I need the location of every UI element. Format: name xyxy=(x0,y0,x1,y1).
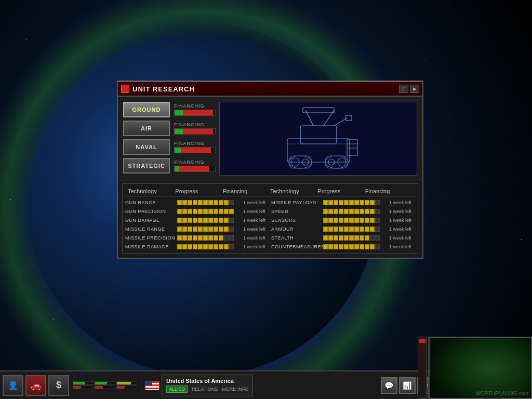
svg-rect-16 xyxy=(347,140,357,155)
progress-segment xyxy=(323,200,328,205)
tech-progress-bar xyxy=(323,235,387,241)
progress-segment xyxy=(203,227,208,232)
progress-segment xyxy=(193,218,197,223)
table-row: COUNTERMEASURES1 week left xyxy=(271,243,415,250)
res-fill-5 xyxy=(117,382,131,384)
minimize-button[interactable]: □ xyxy=(399,85,408,93)
close-button[interactable]: ▶ xyxy=(410,85,419,93)
country-name: United States of America xyxy=(166,378,248,384)
chat-button[interactable]: 💬 xyxy=(381,377,397,394)
svg-rect-0 xyxy=(287,139,350,162)
tech-table-header: Technology Progress Financing Technology… xyxy=(125,187,415,196)
progress-segment xyxy=(193,235,197,241)
progress-segment xyxy=(188,235,192,241)
table-row: SPEED1 week left xyxy=(271,208,415,215)
progress-segment xyxy=(229,244,234,249)
progress-segment xyxy=(344,218,349,223)
fin-green xyxy=(175,110,183,115)
progress-segment xyxy=(339,200,343,205)
tech-progress-bar xyxy=(323,218,387,223)
progress-segment xyxy=(349,227,354,232)
progress-segment xyxy=(188,218,192,223)
more-info-link[interactable]: MORE INFO xyxy=(222,387,248,392)
progress-segment xyxy=(365,218,369,223)
progress-segment xyxy=(208,218,213,223)
units-button[interactable]: 🚗 xyxy=(25,375,46,396)
fin-red-strategic xyxy=(179,166,209,171)
tech-progress-bar xyxy=(323,227,387,232)
table-row: MISSILE PRECISION1 week left xyxy=(125,234,269,242)
finance-button[interactable]: $ xyxy=(48,375,69,396)
tank-icon: 🚗 xyxy=(30,380,42,391)
unit-type-buttons: GROUND FINANCING AIR FINANCING xyxy=(123,102,217,176)
air-financing: FINANCING xyxy=(174,122,216,135)
minimap[interactable]: WORTHPLAYING.com xyxy=(428,337,532,399)
progress-segment xyxy=(193,209,197,214)
progress-segment xyxy=(224,235,229,241)
progress-segment xyxy=(219,227,223,232)
progress-segment xyxy=(214,227,218,232)
tech-name-label: GUN DAMAGE xyxy=(125,218,175,223)
progress-segment xyxy=(203,235,208,241)
unit-research-dialog: UNIT RESEARCH □ ▶ GROUND FINANCING AIR xyxy=(117,81,423,259)
progress-segment xyxy=(182,200,187,205)
progress-segment xyxy=(339,235,343,241)
res-fill-1 xyxy=(73,382,85,384)
table-row: GUN PRECISION1 week left xyxy=(125,208,269,215)
unit-row-air: AIR FINANCING xyxy=(123,121,217,136)
resource-bar-group-3 xyxy=(116,381,137,389)
progress-segment xyxy=(365,200,369,205)
progress-segment xyxy=(334,200,338,205)
allied-badge: ALLIED xyxy=(166,385,188,393)
financing-label-naval: FINANCING xyxy=(174,141,216,146)
progress-segment xyxy=(370,209,375,214)
svg-rect-4 xyxy=(303,108,334,113)
separator-1 xyxy=(141,375,141,396)
ground-button[interactable]: GROUND xyxy=(123,102,170,117)
progress-segment xyxy=(354,244,359,249)
unit-row-naval: NAVAL FINANCING xyxy=(123,139,217,155)
naval-button[interactable]: NAVAL xyxy=(123,139,170,155)
dialog-controls: □ ▶ xyxy=(399,85,419,93)
graph-button[interactable]: 📊 xyxy=(399,377,416,394)
col-header-financing2: Financing xyxy=(365,188,413,194)
progress-segment xyxy=(229,227,234,232)
naval-financing-bar xyxy=(174,147,216,153)
strategic-button[interactable]: STRATEGIC xyxy=(123,158,170,174)
progress-segment xyxy=(229,218,234,223)
tech-time-label: 1 week left xyxy=(243,244,269,249)
progress-segment xyxy=(188,244,192,249)
progress-segment xyxy=(193,244,197,249)
country-panel: United States of America ALLIED RELATION… xyxy=(162,375,253,396)
progress-segment xyxy=(214,200,218,205)
svg-line-5 xyxy=(334,118,347,126)
tech-time-label: 1 week left xyxy=(243,200,269,205)
ground-financing-bar xyxy=(174,110,216,116)
progress-segment xyxy=(198,209,203,214)
progress-segment xyxy=(344,235,349,241)
progress-segment xyxy=(182,209,187,214)
watermark: WORTHPLAYING.com xyxy=(473,389,531,398)
minimap-indicator xyxy=(418,337,427,399)
diplomacy-button[interactable]: 👤 xyxy=(3,375,23,396)
tech-time-label: 1 week left xyxy=(389,209,415,214)
res-fill-4 xyxy=(95,386,103,389)
progress-segment xyxy=(328,218,333,223)
tech-col-left: GUN RANGE1 week leftGUN PRECISION1 week … xyxy=(125,199,269,250)
flag-canton xyxy=(145,381,152,386)
ind-seg-7 xyxy=(419,370,425,374)
title-icon xyxy=(121,85,129,93)
progress-segment xyxy=(219,209,223,214)
progress-segment xyxy=(328,235,333,241)
air-button[interactable]: AIR xyxy=(123,121,170,136)
table-row: GUN RANGE1 week left xyxy=(125,199,269,206)
col-header-tech2: Technology xyxy=(270,188,317,194)
tech-time-label: 1 week left xyxy=(389,244,415,249)
dialog-top-section: GROUND FINANCING AIR FINANCING xyxy=(118,97,422,181)
progress-segment xyxy=(203,218,208,223)
progress-segment xyxy=(229,235,234,241)
progress-segment xyxy=(198,200,203,205)
progress-segment xyxy=(360,235,364,241)
relations-link[interactable]: RELATIONS xyxy=(192,387,218,392)
resource-bar-2 xyxy=(73,385,94,389)
